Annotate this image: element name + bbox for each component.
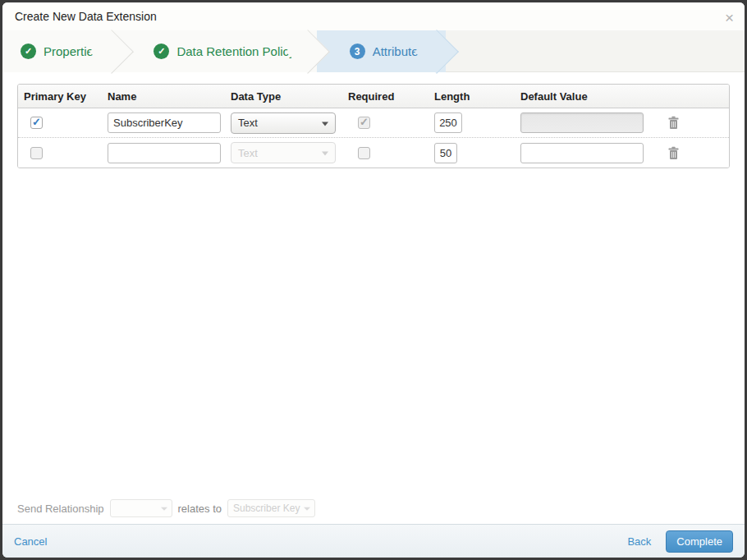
step-number-badge: 3 (350, 44, 365, 59)
step-complete-check-icon: ✓ (21, 44, 36, 59)
relates-to-value: Subscriber Key (233, 503, 300, 514)
modal-footer: Cancel Back Complete (2, 524, 745, 558)
relates-to-label: relates to (178, 503, 222, 515)
attributes-table: Primary Key Name Data Type Required Leng… (17, 84, 730, 168)
col-header-required: Required (342, 90, 428, 103)
default-value-input[interactable] (520, 143, 644, 163)
data-type-select[interactable]: Text (231, 112, 336, 134)
wizard-stepbar: ✓ Properties ✓ Data Retention Policy 3 A… (2, 30, 745, 72)
caret-down-icon (322, 152, 328, 156)
attributes-table-header: Primary Key Name Data Type Required Leng… (18, 85, 729, 108)
send-relationship-row: Send Relationship relates to Subscriber … (17, 499, 315, 517)
step-data-retention-policy[interactable]: ✓ Data Retention Policy (121, 30, 316, 72)
data-type-select: Text (231, 142, 336, 163)
cancel-link[interactable]: Cancel (14, 535, 47, 548)
attributes-panel: Primary Key Name Data Type Required Leng… (2, 72, 745, 524)
required-checkbox[interactable] (358, 147, 370, 159)
attribute-row: ✓ Text ✓ (18, 108, 729, 138)
check-icon: ✓ (32, 117, 41, 127)
col-header-default-value: Default Value (515, 90, 658, 103)
close-icon[interactable]: × (725, 10, 734, 25)
back-link[interactable]: Back (627, 535, 651, 548)
step-attributes[interactable]: 3 Attributes (317, 30, 446, 72)
primary-key-checkbox[interactable] (30, 147, 43, 159)
send-relationship-select (110, 499, 172, 517)
trash-icon[interactable] (667, 116, 680, 130)
caret-down-icon (304, 507, 310, 511)
col-header-length: Length (428, 90, 515, 103)
step-complete-check-icon: ✓ (154, 44, 169, 59)
data-type-value: Text (238, 117, 258, 129)
modal-titlebar: Create New Data Extension × (2, 2, 745, 30)
step-data-retention-policy-label: Data Retention Policy (176, 44, 295, 58)
modal-title: Create New Data Extension (15, 10, 157, 23)
data-type-value: Text (238, 147, 258, 159)
step-properties-label: Properties (44, 44, 99, 58)
col-header-primary-key: Primary Key (18, 90, 102, 103)
caret-down-icon (322, 122, 328, 126)
length-input[interactable] (434, 112, 462, 133)
name-input[interactable] (108, 143, 221, 163)
col-header-name: Name (102, 90, 225, 103)
name-input[interactable] (108, 112, 221, 133)
required-checkbox: ✓ (358, 117, 370, 129)
complete-button[interactable]: Complete (666, 530, 733, 553)
trash-icon[interactable] (667, 146, 680, 160)
default-value-input (520, 112, 644, 133)
primary-key-checkbox[interactable]: ✓ (30, 117, 43, 129)
col-header-data-type: Data Type (225, 90, 342, 103)
send-relationship-label: Send Relationship (17, 503, 104, 515)
create-data-extension-modal: Create New Data Extension × ✓ Properties… (2, 2, 745, 558)
caret-down-icon (161, 507, 167, 511)
step-properties[interactable]: ✓ Properties (2, 30, 121, 72)
step-attributes-label: Attributes (373, 44, 424, 58)
attribute-row: Text (18, 138, 729, 168)
length-input[interactable] (434, 143, 457, 163)
relates-to-select: Subscriber Key (227, 499, 315, 517)
check-icon: ✓ (360, 117, 369, 127)
